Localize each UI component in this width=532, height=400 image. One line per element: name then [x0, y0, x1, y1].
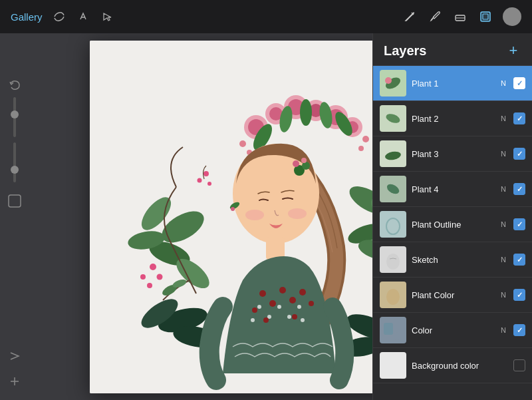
layer-visibility-checkbox[interactable] — [513, 112, 525, 124]
svg-point-35 — [300, 99, 312, 126]
select-icon[interactable] — [100, 9, 114, 24]
layer-thumbnail — [380, 140, 406, 167]
svg-point-76 — [309, 301, 314, 306]
svg-point-61 — [231, 207, 235, 211]
layer-item[interactable]: Plant 1N — [373, 66, 532, 101]
layer-visibility-checkbox[interactable] — [513, 148, 525, 160]
brush-tool-icon[interactable] — [427, 9, 443, 25]
svg-point-38 — [239, 140, 246, 147]
layer-visibility-checkbox[interactable] — [513, 254, 525, 266]
layer-visibility-checkbox[interactable] — [513, 289, 525, 301]
layer-name: Color — [412, 325, 493, 335]
layer-visibility-checkbox[interactable] — [513, 359, 525, 371]
layer-thumbnail — [380, 282, 406, 308]
svg-point-68 — [251, 318, 255, 322]
svg-point-79 — [203, 171, 209, 176]
layers-panel: Layers + Plant 1N Plant 2N Plant 3N Plan… — [372, 33, 532, 400]
layers-tool-icon[interactable] — [477, 9, 493, 25]
svg-rect-3 — [9, 195, 21, 207]
main-toolbar: Gallery — [0, 0, 532, 33]
svg-point-15 — [147, 283, 152, 288]
left-toolbar — [0, 67, 29, 400]
layer-thumbnail — [380, 352, 406, 379]
layer-name: Plant 4 — [412, 184, 493, 194]
svg-point-80 — [198, 178, 202, 182]
svg-point-91 — [393, 332, 401, 340]
layer-name: Plant 3 — [412, 149, 493, 159]
toolbar-left: Gallery — [11, 9, 114, 24]
layers-add-button[interactable]: + — [505, 43, 521, 59]
pen-tool-icon[interactable] — [402, 9, 418, 25]
svg-point-86 — [385, 182, 400, 196]
svg-point-41 — [358, 146, 364, 151]
undo-button[interactable] — [4, 75, 25, 96]
layer-visibility-checkbox[interactable] — [513, 324, 525, 336]
layer-visibility-checkbox[interactable] — [513, 183, 525, 195]
gallery-button[interactable]: Gallery — [11, 11, 43, 23]
layer-item[interactable]: SketchN — [373, 242, 532, 278]
eraser-tool-icon[interactable] — [452, 9, 468, 25]
svg-point-58 — [245, 210, 264, 220]
transform-icon[interactable] — [76, 9, 90, 24]
svg-point-81 — [207, 182, 211, 186]
color-picker[interactable] — [4, 190, 25, 212]
avatar-button[interactable] — [503, 7, 521, 26]
svg-point-70 — [259, 290, 266, 297]
svg-point-73 — [289, 297, 296, 303]
size-slider[interactable] — [4, 152, 25, 173]
svg-point-67 — [297, 305, 301, 309]
layer-blend-mode: N — [499, 79, 508, 87]
modify-icon[interactable] — [52, 9, 66, 24]
layers-header: Layers + — [373, 33, 532, 66]
layer-item[interactable]: Plant 2N — [373, 101, 532, 136]
layer-blend-mode: N — [499, 256, 508, 264]
svg-point-56 — [293, 160, 299, 167]
zoom-button[interactable] — [4, 371, 25, 392]
svg-point-85 — [384, 150, 402, 161]
layer-name: Plant 1 — [412, 79, 493, 89]
layer-blend-mode: N — [499, 185, 508, 193]
opacity-slider[interactable] — [4, 106, 25, 128]
svg-point-12 — [150, 264, 156, 270]
svg-point-40 — [362, 136, 369, 142]
svg-rect-1 — [481, 12, 490, 21]
svg-point-87 — [386, 218, 400, 234]
layer-blend-mode: N — [499, 220, 508, 228]
layer-name: Background color — [412, 361, 493, 371]
svg-point-84 — [385, 112, 402, 125]
layer-name: Sketch — [412, 255, 493, 265]
layer-item[interactable]: Plant OutlineN — [373, 207, 532, 242]
layer-blend-mode: N — [499, 150, 508, 158]
layer-item[interactable]: Plant 4N — [373, 172, 532, 207]
svg-point-78 — [292, 314, 297, 319]
layer-thumbnail — [380, 105, 406, 132]
layer-item[interactable]: Background color — [373, 348, 532, 383]
layer-name: Plant Outline — [412, 220, 493, 230]
svg-point-89 — [386, 289, 400, 305]
flip-button[interactable] — [4, 345, 25, 367]
layer-thumbnail — [380, 211, 406, 238]
svg-rect-92 — [380, 353, 406, 378]
svg-point-64 — [267, 315, 271, 319]
toolbar-right — [402, 7, 521, 26]
layer-blend-mode: N — [499, 326, 508, 334]
layer-thumbnail — [380, 246, 406, 273]
svg-point-88 — [386, 254, 400, 270]
svg-point-74 — [299, 289, 306, 296]
svg-point-71 — [269, 300, 276, 307]
layer-thumbnail — [380, 317, 406, 343]
svg-point-72 — [279, 287, 286, 294]
svg-point-63 — [257, 305, 261, 309]
svg-point-57 — [301, 158, 307, 163]
layer-name: Plant 2 — [412, 114, 493, 124]
layers-title: Layers — [384, 43, 427, 59]
layer-item[interactable]: Plant ColorN — [373, 278, 532, 313]
svg-point-75 — [252, 307, 257, 313]
layers-list: Plant 1N Plant 2N Plant 3N Plant 4N Plan… — [373, 66, 532, 400]
layer-name: Plant Color — [412, 290, 493, 300]
layer-item[interactable]: Plant 3N — [373, 136, 532, 172]
layer-visibility-checkbox[interactable] — [513, 218, 525, 230]
layer-item[interactable]: ColorN — [373, 313, 532, 348]
layer-visibility-checkbox[interactable] — [513, 77, 525, 89]
layer-thumbnail — [380, 176, 406, 202]
